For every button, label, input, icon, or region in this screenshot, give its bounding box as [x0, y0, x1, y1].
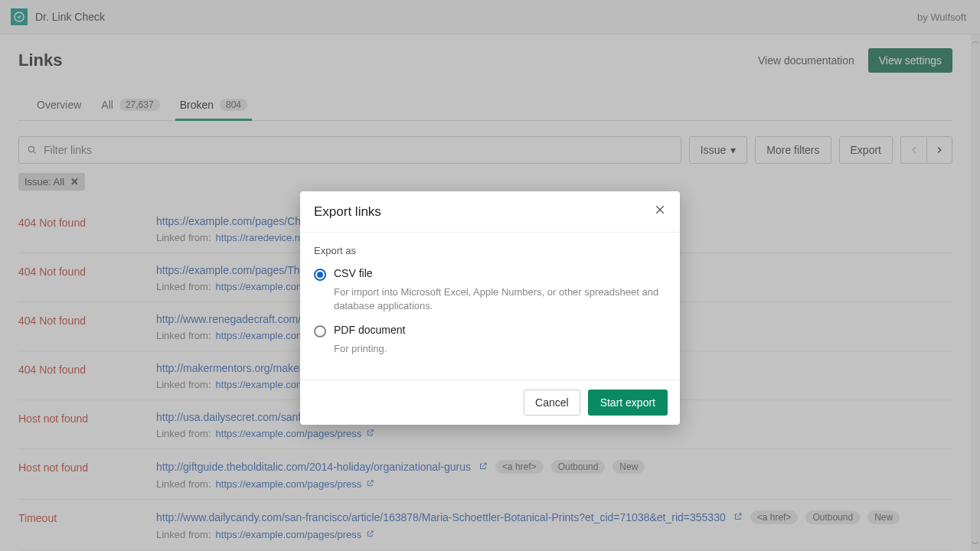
- radio-label: PDF document: [334, 324, 405, 336]
- modal-close-button[interactable]: [654, 204, 666, 220]
- radio-icon: [314, 269, 326, 281]
- close-icon: [654, 204, 666, 216]
- export-as-label: Export as: [314, 245, 666, 256]
- modal-overlay[interactable]: Export links Export as CSV file For impo…: [0, 0, 980, 551]
- radio-label: CSV file: [334, 267, 373, 279]
- export-pdf-option[interactable]: PDF document: [314, 321, 666, 341]
- export-csv-option[interactable]: CSV file: [314, 264, 666, 284]
- radio-icon: [314, 325, 326, 337]
- csv-description: For import into Microsoft Excel, Apple N…: [334, 285, 666, 313]
- cancel-button[interactable]: Cancel: [524, 390, 580, 416]
- modal-title: Export links: [314, 204, 381, 220]
- pdf-description: For printing.: [334, 342, 666, 356]
- start-export-button[interactable]: Start export: [588, 390, 668, 416]
- export-modal: Export links Export as CSV file For impo…: [300, 191, 680, 425]
